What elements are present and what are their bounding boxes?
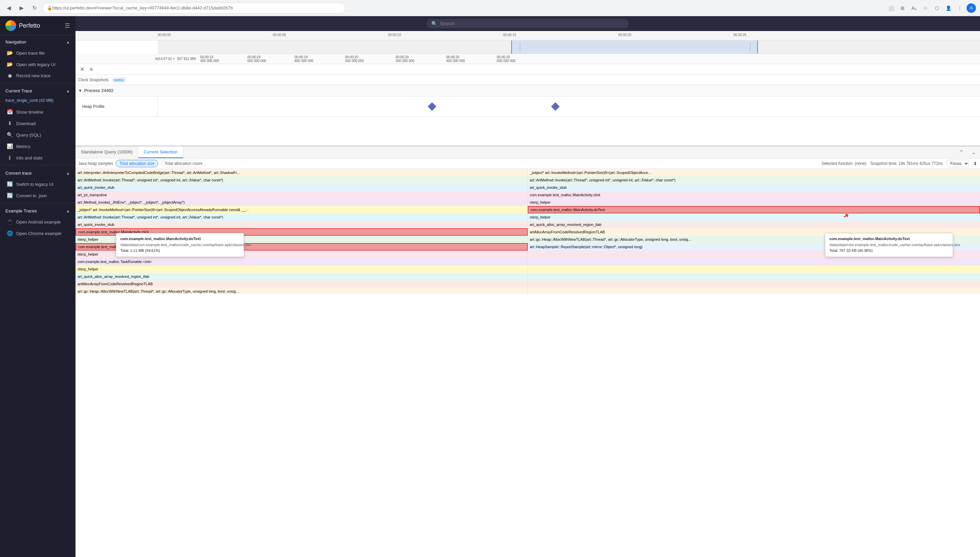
flame-right-0[interactable]: _jobject* art::InvokeMethod<(art::Pointe…: [528, 169, 980, 176]
sidebar-item-open-legacy[interactable]: 📂 Open with legacy UI: [0, 59, 75, 70]
ruler-tick-1: 00:00:05: [273, 33, 286, 37]
convert-trace-header[interactable]: Convert trace ▲: [0, 166, 75, 178]
panel-download-button[interactable]: ⬇: [973, 161, 977, 166]
flame-left-14[interactable]: art_quick_alloc_array_resolved_region_tl…: [75, 273, 528, 280]
sidebar-item-convert-json[interactable]: 🔄 Convert to .json: [0, 190, 75, 201]
flame-right-7[interactable]: art_quick_alloc_array_resolved_region_tl…: [528, 221, 980, 228]
sidebar-item-open-trace[interactable]: 📂 Open trace file: [0, 47, 75, 59]
focus-select[interactable]: Focus: [947, 160, 969, 167]
overview-bar[interactable]: [158, 41, 980, 54]
flame-right-5-highlight[interactable]: com.example.test_malloc.MainActivity.doT…: [528, 206, 980, 213]
convert-json-icon: 🔄: [7, 192, 13, 199]
heap-profile-row: Heap Profile: [75, 96, 980, 117]
android-example-icon: 📱: [7, 219, 13, 225]
process-chevron[interactable]: ▼: [78, 88, 82, 93]
tab-total-allocation-size[interactable]: Total allocation size: [115, 160, 158, 167]
avatar[interactable]: A: [967, 3, 976, 13]
selected-function-label: Selected function: (none): [821, 161, 866, 166]
extension-button[interactable]: ⬡: [932, 3, 942, 13]
close-button[interactable]: ✕: [78, 65, 86, 73]
navigation-section: Navigation ▲ 📂 Open trace file 📂 Open wi…: [0, 36, 75, 81]
open-trace-icon: 📂: [7, 50, 13, 56]
info-icon: ℹ: [7, 155, 13, 161]
menu-button[interactable]: ≡: [88, 65, 94, 73]
flame-left-6[interactable]: art::ArtMethod::Invoke(art::Thread*, uns…: [75, 213, 528, 221]
heap-diamond-2[interactable]: [551, 102, 559, 111]
flame-left-7[interactable]: art_quick_invoke_stub: [75, 221, 528, 228]
flame-left-16[interactable]: art::gc::Heap::AllocWithNewTLAB(art::Thr…: [75, 288, 528, 294]
ruler-tick-2: 00:00:10: [388, 33, 401, 37]
sidebar-item-download[interactable]: ⬇ Download: [0, 118, 75, 129]
tab-total-allocation-count[interactable]: Total allocation count: [161, 160, 206, 167]
forward-button[interactable]: ▶: [17, 3, 26, 13]
search-icon: 🔍: [431, 21, 437, 26]
reading-mode-button[interactable]: Aₐ: [909, 3, 919, 13]
flame-left-4[interactable]: art::Method_invoke(_JNIEnv*, _jobject*, …: [75, 199, 528, 206]
flame-right-6[interactable]: nterp_helper: [528, 213, 980, 221]
tab-current-selection[interactable]: Current Selection: [138, 147, 183, 158]
settings-button[interactable]: ⋮: [955, 3, 964, 13]
navigation-header[interactable]: Navigation ▲: [0, 36, 75, 47]
example-traces-header[interactable]: Example Traces ▲: [0, 204, 75, 216]
back-button[interactable]: ◀: [4, 3, 13, 13]
reload-button[interactable]: ↻: [30, 3, 39, 13]
flame-left-0[interactable]: art::interpreter::ArtInterpreterToCompil…: [75, 169, 528, 176]
tab-standalone-query[interactable]: Standalone Query (10000): [75, 147, 138, 158]
panel-collapse-button[interactable]: ⌄: [967, 149, 980, 155]
clock-snapshots-label: Clock Snapshots: [78, 78, 109, 82]
flame-row-7: art_quick_invoke_stub art_quick_alloc_ar…: [75, 221, 980, 228]
cast-button[interactable]: ⬜: [886, 3, 896, 13]
panel-expand-button[interactable]: ⌃: [955, 149, 967, 155]
current-trace-section: Current Trace ▲ trace_single_conti (42 M…: [0, 84, 75, 163]
tooltip-right: com.example.test_malloc.MainActivity.doT…: [825, 233, 953, 257]
heap-profile-label: Heap Profile: [75, 96, 158, 116]
flame-left-15[interactable]: artAllocArrayFromCodeResolvedRegionTLAB: [75, 280, 528, 288]
trace-viewport[interactable]: 00:00:00 00:00:05 00:00:10 00:00:15 00:0…: [75, 31, 980, 146]
flame-left-13[interactable]: nterp_helper: [75, 265, 528, 273]
flame-right-14[interactable]: [528, 273, 980, 280]
open-legacy-icon: 📂: [7, 61, 13, 67]
ruler-tick-5: 00:00:25: [733, 33, 746, 37]
flame-left-1[interactable]: art::ArtMethod::Invoke(art::Thread*, uns…: [75, 176, 528, 184]
sidebar-header: Perfetto ☰: [0, 16, 75, 36]
flame-right-3[interactable]: com.example.test_malloc.MainActivity.cli…: [528, 191, 980, 199]
ruler-tick-0: 00:00:00: [158, 33, 171, 37]
sidebar-item-switch-legacy[interactable]: 🔄 Switch to legacy UI: [0, 178, 75, 190]
flame-left-2[interactable]: art_quick_invoke_stub: [75, 184, 528, 191]
bookmark-button[interactable]: ☆: [921, 3, 930, 13]
flame-right-1[interactable]: art::ArtMethod::Invoke(art::Thread*, uns…: [528, 176, 980, 184]
flame-graph[interactable]: art::interpreter::ArtInterpreterToCompil…: [75, 169, 980, 294]
hamburger-menu[interactable]: ☰: [65, 22, 70, 29]
tooltip-left: com.example.test_malloc.MainActivity.doT…: [116, 233, 244, 257]
flame-right-4[interactable]: nterp_helper: [528, 199, 980, 206]
flame-right-15[interactable]: [528, 280, 980, 288]
tooltip-right-path: /data/data/com.example.test_malloc/code_…: [829, 242, 949, 248]
sidebar-item-record-trace[interactable]: ⏺ Record new trace: [0, 70, 75, 81]
sidebar-item-metrics[interactable]: 📊 Metrics: [0, 141, 75, 152]
flame-left-12[interactable]: com.example.test_malloc.TaskRunable.<ini…: [75, 258, 528, 265]
tab-search-button[interactable]: ⊞: [898, 3, 907, 13]
profile-button[interactable]: 👤: [944, 3, 953, 13]
flame-row-4: art::Method_invoke(_JNIEnv*, _jobject*, …: [75, 199, 980, 206]
flame-left-3[interactable]: art_jni_trampoline: [75, 191, 528, 199]
process-row[interactable]: ▼ Process 24492: [75, 85, 980, 96]
sidebar-item-show-timeline[interactable]: 📅 Show timeline: [0, 106, 75, 118]
heap-diamond-1[interactable]: [427, 102, 436, 111]
heap-data-area[interactable]: [158, 96, 980, 116]
sidebar-item-query-sql[interactable]: 🔍 Query (SQL): [0, 129, 75, 141]
sidebar-item-info-stats[interactable]: ℹ Info and stats: [0, 152, 75, 163]
process-label: Process 24492: [84, 88, 114, 93]
address-bar[interactable]: 🔒 https://ui.perfetto.dev/#!/viewer?loca…: [42, 3, 346, 13]
search-input-wrap[interactable]: 🔍: [427, 19, 629, 28]
flame-right-13[interactable]: [528, 265, 980, 273]
search-input[interactable]: [440, 21, 624, 26]
flame-left-5[interactable]: _jobject* art::InvokeMethod<(art::Pointe…: [75, 206, 528, 213]
flame-right-12[interactable]: [528, 258, 980, 265]
sidebar-item-android-example[interactable]: 📱 Open Android example: [0, 216, 75, 228]
snapshot-time-label: Snapshot time: 19s 781ms 425us 772ns: [871, 161, 943, 166]
ruler-tick-3: 00:00:15: [503, 33, 516, 37]
flame-right-16[interactable]: [528, 288, 980, 294]
current-trace-header[interactable]: Current Trace ▲: [0, 84, 75, 96]
flame-right-2[interactable]: art_quick_invoke_stub: [528, 184, 980, 191]
sidebar-item-chrome-example[interactable]: 🌐 Open Chrome example: [0, 228, 75, 239]
